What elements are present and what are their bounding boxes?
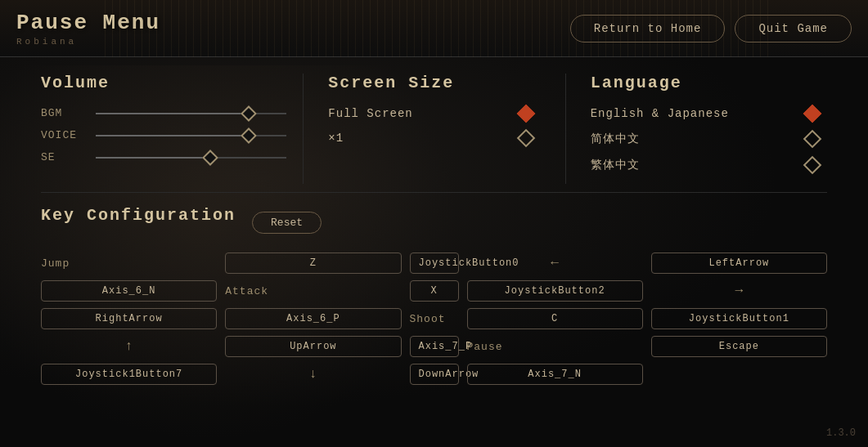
- jump-joystick[interactable]: JoystickButton0: [410, 253, 459, 274]
- x1-row[interactable]: ×1: [328, 132, 540, 145]
- x1-diamond[interactable]: [516, 129, 535, 148]
- top-buttons: Return to Home Quit Game: [570, 15, 852, 42]
- traditional-chinese-diamond[interactable]: [803, 156, 822, 175]
- jump-action: Jump: [41, 257, 217, 270]
- se-label: SE: [41, 151, 86, 163]
- screen-size-section: Screen Size Full Screen ×1: [303, 74, 564, 184]
- simplified-chinese-diamond[interactable]: [803, 130, 822, 149]
- attack-joystick[interactable]: JoystickButton2: [467, 280, 643, 302]
- pause-joystick[interactable]: Joystick1Button7: [41, 364, 217, 385]
- left-arrow-icon: ←: [467, 256, 643, 270]
- voice-slider-track[interactable]: [96, 135, 286, 136]
- version-label: 1.3.0: [826, 427, 856, 439]
- down-axis[interactable]: Axis_7_N: [467, 364, 643, 385]
- volume-section: Volume BGM VOICE SE: [41, 74, 303, 184]
- shoot-action: Shoot: [410, 313, 459, 325]
- left-arrow-key[interactable]: LeftArrow: [651, 253, 827, 274]
- bgm-row: BGM: [41, 107, 286, 119]
- english-japanese-diamond[interactable]: [803, 105, 822, 123]
- title-area: Pause Menu Robiana: [16, 11, 160, 47]
- left-axis[interactable]: Axis_6_N: [41, 280, 217, 302]
- se-row: SE: [41, 151, 286, 163]
- shoot-key[interactable]: C: [467, 308, 643, 329]
- quit-game-button[interactable]: Quit Game: [735, 15, 852, 42]
- down-arrow-icon: ↓: [225, 367, 401, 382]
- pause-action: Pause: [467, 341, 643, 353]
- attack-key[interactable]: X: [410, 280, 459, 302]
- traditional-chinese-row[interactable]: 繁体中文: [591, 158, 827, 172]
- traditional-chinese-label: 繁体中文: [591, 158, 640, 172]
- right-arrow-key[interactable]: RightArrow: [41, 308, 217, 329]
- up-axis[interactable]: Axis_7_P: [410, 336, 459, 357]
- jump-key[interactable]: Z: [225, 253, 401, 274]
- fullscreen-diamond[interactable]: [516, 105, 535, 123]
- language-title: Language: [591, 74, 827, 92]
- key-config-title: Key Configuration: [41, 206, 236, 225]
- se-slider-track[interactable]: [96, 157, 286, 159]
- reset-button[interactable]: Reset: [252, 212, 322, 234]
- volume-title: Volume: [41, 74, 286, 92]
- x1-label: ×1: [328, 132, 344, 145]
- voice-label: VOICE: [41, 129, 86, 141]
- key-config-header: Key Configuration Reset: [41, 206, 827, 239]
- subtitle: Robiana: [16, 37, 160, 47]
- pause-key[interactable]: Escape: [651, 336, 827, 357]
- page-title: Pause Menu: [16, 11, 160, 35]
- simplified-chinese-label: 简体中文: [591, 132, 640, 146]
- return-home-button[interactable]: Return to Home: [570, 15, 726, 42]
- bgm-slider-track[interactable]: [96, 113, 286, 114]
- attack-action: Attack: [225, 285, 401, 297]
- right-arrow-icon: →: [651, 284, 827, 298]
- top-bar: Pause Menu Robiana Return to Home Quit G…: [0, 0, 868, 57]
- key-config-section: Key Configuration Reset Jump Z JoystickB…: [41, 192, 827, 385]
- fullscreen-label: Full Screen: [328, 107, 412, 120]
- bgm-label: BGM: [41, 107, 86, 119]
- down-arrow-key[interactable]: DownArrow: [410, 364, 459, 385]
- key-grid: Jump Z JoystickButton0 ← LeftArrow Axis_…: [41, 253, 827, 385]
- up-arrow-icon: ↑: [41, 339, 217, 354]
- voice-row: VOICE: [41, 129, 286, 141]
- simplified-chinese-row[interactable]: 简体中文: [591, 132, 827, 146]
- fullscreen-row[interactable]: Full Screen: [328, 107, 540, 120]
- english-japanese-row[interactable]: English & Japanese: [591, 107, 827, 120]
- language-section: Language English & Japanese 简体中文 繁体中文: [565, 74, 827, 184]
- english-japanese-label: English & Japanese: [591, 107, 729, 120]
- screen-size-title: Screen Size: [328, 74, 540, 92]
- up-arrow-key[interactable]: UpArrow: [225, 336, 401, 357]
- right-axis[interactable]: Axis_6_P: [225, 308, 401, 329]
- shoot-joystick[interactable]: JoystickButton1: [651, 308, 827, 329]
- main-content: Volume BGM VOICE SE Screen Size: [0, 57, 868, 401]
